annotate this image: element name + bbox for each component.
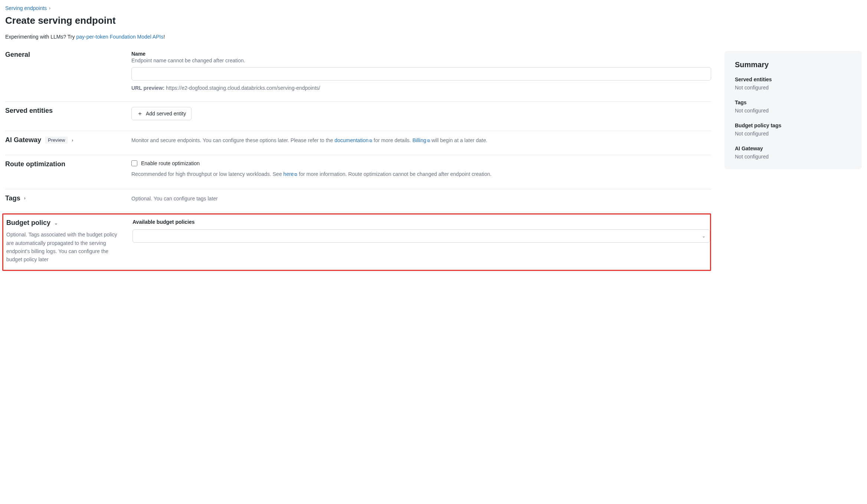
- enable-route-optimization-checkbox[interactable]: [131, 160, 137, 166]
- external-link-icon: ⧉: [427, 138, 430, 143]
- summary-item-tags: Tags Not configured: [735, 99, 851, 114]
- tags-description: Optional. You can configure tags later: [131, 194, 711, 203]
- name-input[interactable]: [131, 67, 711, 81]
- billing-link[interactable]: Billing⧉: [412, 137, 430, 143]
- summary-heading: Summary: [735, 60, 851, 69]
- chevron-down-icon[interactable]: ⌄: [54, 220, 58, 226]
- foundation-model-link[interactable]: pay-per-token Foundation Model APIs: [76, 34, 163, 40]
- budget-policy-highlight: Budget policy ⌄ Optional. Tags associate…: [2, 213, 711, 271]
- section-budget-policy: Budget policy ⌄ Optional. Tags associate…: [6, 219, 710, 265]
- url-preview: URL preview: https://e2-dogfood.staging.…: [131, 85, 711, 91]
- breadcrumb-parent-link[interactable]: Serving endpoints: [5, 5, 47, 11]
- name-hint: Endpoint name cannot be changed after cr…: [131, 58, 711, 63]
- route-optimization-heading: Route optimization: [5, 160, 131, 168]
- chevron-right-icon: ›: [49, 6, 50, 11]
- section-served-entities: Served entities ＋ Add served entity: [5, 102, 711, 131]
- section-tags: Tags › Optional. You can configure tags …: [5, 189, 711, 213]
- section-general: General Name Endpoint name cannot be cha…: [5, 51, 711, 102]
- section-route-optimization: Route optimization Enable route optimiza…: [5, 155, 711, 189]
- plus-icon: ＋: [137, 110, 143, 118]
- external-link-icon: ⧉: [369, 138, 372, 143]
- enable-route-optimization-label[interactable]: Enable route optimization: [141, 160, 200, 166]
- route-optimization-description: Recommended for high throughput or low l…: [131, 170, 711, 178]
- budget-policy-description: Optional. Tags associated with the budge…: [6, 230, 132, 264]
- ai-gateway-heading: AI Gateway Preview ›: [5, 136, 131, 144]
- general-heading: General: [5, 51, 131, 59]
- chevron-right-icon[interactable]: ›: [24, 196, 26, 201]
- name-label: Name: [131, 51, 711, 57]
- section-ai-gateway: AI Gateway Preview › Monitor and secure …: [5, 131, 711, 155]
- summary-panel: Summary Served entities Not configured T…: [724, 51, 862, 169]
- preview-badge: Preview: [45, 137, 68, 144]
- available-budget-policies-label: Available budget policies: [132, 219, 710, 225]
- served-entities-heading: Served entities: [5, 107, 131, 115]
- summary-item-served-entities: Served entities Not configured: [735, 76, 851, 91]
- route-opt-here-link[interactable]: here⧉: [283, 171, 297, 177]
- page-title: Create serving endpoint: [5, 15, 862, 26]
- budget-policy-heading: Budget policy ⌄: [6, 219, 132, 227]
- documentation-link[interactable]: documentation⧉: [334, 137, 372, 143]
- ai-gateway-description: Monitor and secure endpoints. You can co…: [131, 136, 711, 144]
- chevron-right-icon[interactable]: ›: [72, 138, 73, 143]
- subtitle: Experimenting with LLMs? Try pay-per-tok…: [5, 34, 862, 40]
- summary-item-ai-gateway: AI Gateway Not configured: [735, 145, 851, 160]
- breadcrumb: Serving endpoints ›: [5, 5, 862, 11]
- summary-item-budget-policy-tags: Budget policy tags Not configured: [735, 122, 851, 137]
- tags-heading: Tags ›: [5, 194, 131, 202]
- add-served-entity-button[interactable]: ＋ Add served entity: [131, 107, 192, 120]
- budget-policy-select[interactable]: [132, 229, 710, 243]
